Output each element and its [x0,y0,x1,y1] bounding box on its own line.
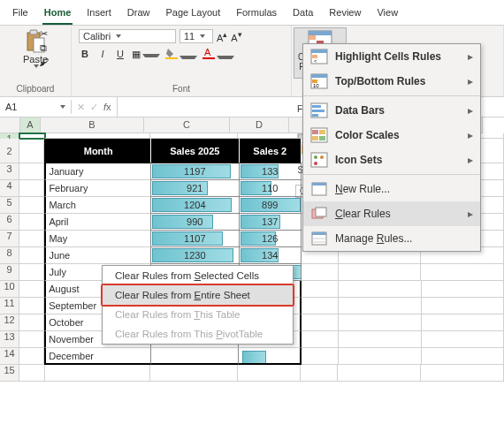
databar-cell[interactable]: 134 [240,247,302,264]
databar-cell[interactable]: 137 [240,214,302,231]
fill-color-button[interactable] [165,47,197,61]
cell[interactable] [19,298,44,314]
cell[interactable] [19,139,44,163]
select-all-corner[interactable] [0,117,20,133]
cell[interactable] [302,314,339,331]
tab-file[interactable]: File [11,4,30,25]
tab-data[interactable]: Data [291,4,315,25]
row-header[interactable]: 13 [0,331,19,348]
col-header-b[interactable]: B [41,117,144,133]
cell[interactable] [239,348,302,365]
copy-button[interactable]: ⧉ [35,42,51,54]
menu-icon-sets[interactable]: Icon Sets▸ [303,148,480,172]
row-header[interactable]: 8 [0,247,19,264]
format-painter-button[interactable]: 🖌 [35,56,51,68]
cell[interactable] [339,331,421,348]
cell[interactable]: March [44,197,151,214]
border-button[interactable]: ▦ [132,49,160,60]
cell[interactable] [339,314,421,331]
row-header[interactable]: 4 [0,180,19,197]
databar-cell[interactable]: 1197 [151,163,239,180]
row-header[interactable]: 3 [0,163,19,180]
col-header-d[interactable]: D [230,117,289,133]
databar-cell[interactable]: 126 [240,231,302,247]
row-header[interactable]: 11 [0,298,19,314]
fx-icon[interactable]: fx [103,102,111,112]
cell[interactable]: April [44,214,151,231]
cell[interactable] [339,264,422,281]
cancel-icon[interactable]: ✕ [77,102,85,113]
row-header[interactable]: 12 [0,314,19,331]
menu-highlight-cells-rules[interactable]: < Highlight Cells Rules▸ [303,44,480,69]
cell[interactable] [19,197,44,214]
cell[interactable] [302,298,339,314]
cell[interactable] [302,264,339,281]
cell[interactable] [422,314,504,331]
cell[interactable] [339,298,421,314]
tab-draw[interactable]: Draw [126,4,152,25]
cell[interactable] [301,365,338,382]
cell[interactable] [19,214,44,231]
tab-review[interactable]: Review [327,4,363,25]
cell[interactable] [19,163,44,180]
cell[interactable] [339,348,421,365]
menu-top-bottom-rules[interactable]: 10 Top/Bottom Rules▸ [303,69,480,94]
tab-view[interactable]: View [375,4,400,25]
cell[interactable] [19,180,44,197]
databar-cell[interactable]: 990 [151,214,239,231]
cell[interactable] [302,348,339,365]
row-header[interactable]: 5 [0,197,19,214]
cell[interactable]: Month [44,139,151,163]
col-header-c[interactable]: C [144,117,230,133]
cell[interactable] [19,247,44,264]
font-color-button[interactable]: A [202,47,234,61]
cell[interactable]: June [44,247,151,264]
cell[interactable] [19,314,44,331]
row-header[interactable]: 2 [0,139,19,163]
databar-cell[interactable]: 899 [240,197,302,214]
row-header[interactable]: 9 [0,264,19,281]
row-header[interactable]: 6 [0,214,19,231]
cell[interactable]: January [44,163,151,180]
menu-color-scales[interactable]: Color Scales▸ [303,123,480,148]
databar-cell[interactable]: 1230 [151,247,239,264]
tab-page-layout[interactable]: Page Layout [164,4,222,25]
cell[interactable] [421,365,504,382]
font-size-select[interactable]: 11 [179,29,213,43]
cell[interactable]: Sales 2025 [151,139,239,163]
menu-data-bars[interactable]: Data Bars▸ [303,98,480,123]
cell[interactable] [422,281,504,298]
menu-clear-rules[interactable]: Clear Rules▸ [303,201,480,226]
tab-insert[interactable]: Insert [85,4,113,25]
databar-cell[interactable]: 110 [240,180,302,197]
cell[interactable] [19,365,44,382]
cell[interactable]: December [44,348,150,365]
cell[interactable] [302,331,339,348]
font-name-select[interactable]: Calibri [79,29,176,43]
cell[interactable] [45,365,150,382]
italic-button[interactable]: I [96,49,109,59]
databar-cell[interactable]: 1204 [151,197,239,214]
cell[interactable] [339,281,421,298]
cell[interactable] [19,231,44,247]
cell[interactable] [302,281,339,298]
cell[interactable]: February [44,180,151,197]
cell[interactable] [150,365,239,382]
menu-new-rule[interactable]: New Rule... [303,177,480,201]
cell[interactable] [19,264,44,281]
cell[interactable] [19,348,44,365]
row-header[interactable]: 14 [0,348,19,365]
row-header[interactable]: 15 [0,365,19,382]
row-header[interactable]: 10 [0,281,19,298]
cell[interactable]: Sales 2 [240,139,302,163]
row-header[interactable]: 7 [0,231,19,247]
bold-button[interactable]: B [79,49,91,59]
clear-rules-entire-sheet[interactable]: Clear Rules from Entire Sheet [103,285,293,305]
decrease-font-button[interactable]: A▾ [231,29,241,43]
cell[interactable] [238,365,301,382]
databar-cell[interactable]: 921 [151,180,239,197]
cell[interactable] [421,264,504,281]
name-box[interactable]: A1 [0,100,72,114]
cell[interactable] [422,298,504,314]
cell[interactable] [422,331,504,348]
